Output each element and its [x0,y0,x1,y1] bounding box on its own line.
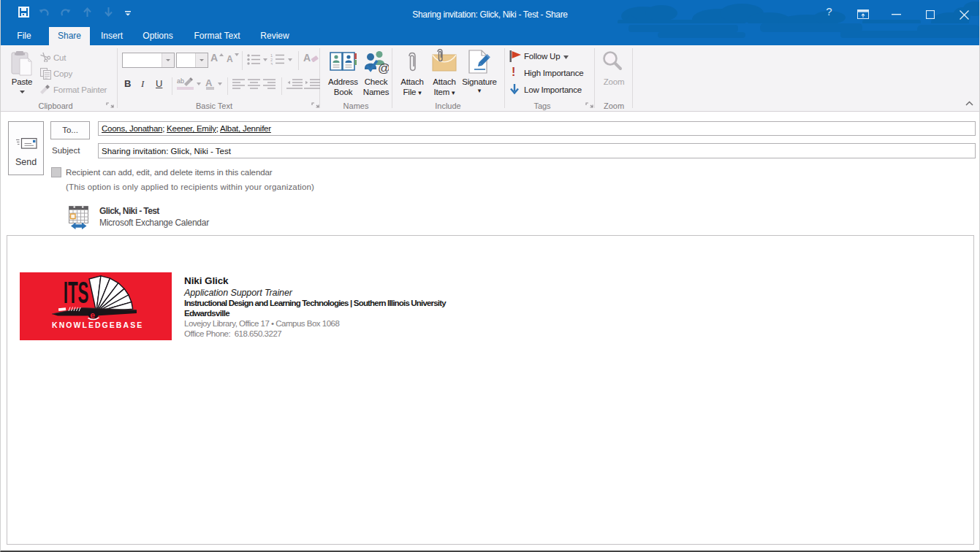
svg-text:3: 3 [270,62,273,66]
svg-text:@: @ [378,61,389,74]
svg-text:KNOWLEDGEBASE: KNOWLEDGEBASE [52,321,143,329]
svg-text:ITS: ITS [64,276,89,310]
